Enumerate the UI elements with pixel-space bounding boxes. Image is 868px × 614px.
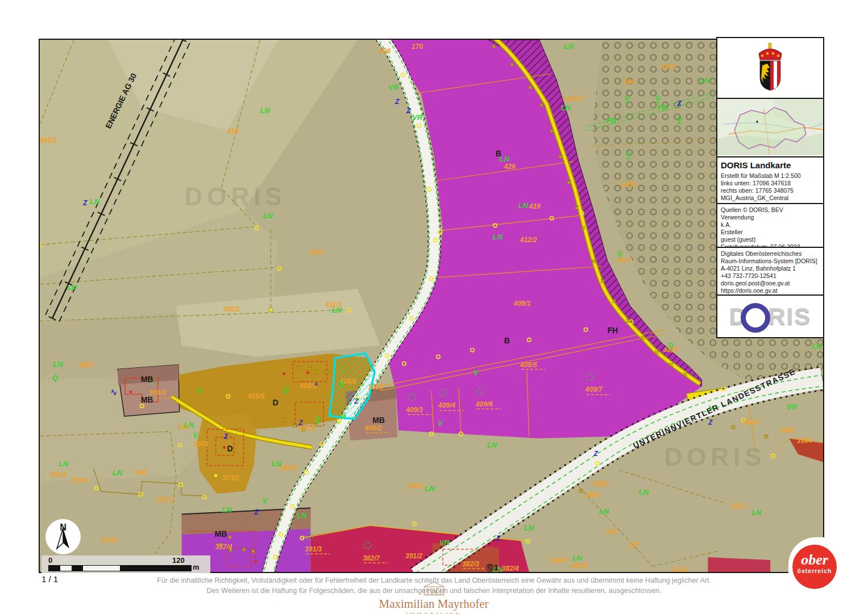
map-label: 4473: [660, 63, 676, 71]
map-label: 3001: [194, 440, 209, 448]
map-label: FB: [607, 117, 616, 125]
creator-label: Ersteller: [721, 229, 820, 236]
map-label: Z: [298, 419, 303, 427]
map-label: MB: [141, 375, 153, 384]
map-label: Q: [314, 415, 320, 424]
extent-lower-left: links unten: 17096 347618: [721, 180, 820, 187]
ooe-logo-line1: ober: [792, 553, 837, 567]
map-label: MB: [372, 416, 385, 425]
road-cross-icon: ×: [297, 363, 301, 372]
map-label: Q: [283, 385, 288, 394]
road-cross-icon: ×: [550, 127, 554, 135]
map-label: 409/2: [364, 424, 381, 432]
map-label: 4437: [662, 346, 679, 354]
map-label: 1005/7: [563, 95, 585, 103]
map-label: 409/4: [438, 401, 455, 409]
map-label: LN: [271, 459, 281, 468]
road-cross-icon: ×: [626, 317, 631, 325]
map-canvas[interactable]: ××××××××××××××××××××××××××××××××× 170626…: [40, 40, 823, 572]
map-label: VR: [388, 83, 399, 92]
map-label: DORIS: [185, 182, 286, 210]
map-label: B: [504, 336, 510, 345]
org-url: https://doris.ooe.gv.at: [721, 287, 820, 294]
road-cross-icon: ×: [528, 83, 533, 92]
map-label: 391/3: [305, 545, 322, 553]
usage-value: k.A.: [721, 221, 820, 229]
road-cross-icon: ×: [579, 487, 584, 495]
map-label: 376: [606, 528, 617, 536]
map-label: Ⓖ1: [486, 563, 499, 572]
map-label: 1002: [309, 248, 324, 256]
ooe-logo: ober österreich: [792, 545, 837, 589]
map-label: +: [314, 380, 318, 388]
map-label: VR: [439, 538, 450, 547]
map-label: LN: [222, 505, 232, 514]
ooe-logo-box: ober österreich: [788, 537, 868, 614]
map-label: LN: [751, 508, 762, 517]
road-cross-icon: ×: [592, 257, 596, 265]
road-cross-icon: ×: [640, 334, 645, 342]
map-label: LN: [331, 306, 342, 314]
map-label: 382/4: [502, 565, 519, 572]
map-label: FB: [657, 103, 667, 112]
projection: MGI_Austria_GK_Central: [721, 194, 820, 202]
map-label: VR: [787, 403, 798, 411]
scale-bar-graphic: [48, 565, 192, 571]
map-label: LN: [113, 468, 123, 477]
map-label: 373/1: [223, 474, 240, 482]
map-label: 412/2: [520, 236, 537, 244]
map-label: LN: [90, 197, 100, 206]
map-label: 4433: [621, 181, 637, 189]
map-label: LN: [67, 283, 77, 292]
map-label: LN: [184, 421, 194, 429]
panel-title: DORIS Landkarte: [721, 160, 820, 170]
map-label: LN: [493, 233, 503, 242]
road-cross-icon: ×: [242, 545, 246, 554]
creator-value: guest (guest): [721, 236, 820, 243]
map-frame: ××××××××××××××××××××××××××××××××× 170626…: [39, 39, 824, 573]
road-cross-icon: ×: [764, 432, 769, 441]
usage-label: Verwendung: [721, 214, 820, 221]
map-label: LN: [297, 511, 307, 520]
map-label: 405/1: [223, 305, 240, 313]
map-label: LN: [487, 441, 497, 449]
map-label: 434: [623, 78, 635, 86]
page-number: 1 / 1: [41, 574, 58, 584]
map-label: 108/1: [779, 426, 796, 434]
map-label: 382/3: [462, 560, 479, 568]
brand-logo: Maximilian Mayrhofer IMMOBILIEN: [379, 581, 488, 614]
brand-name: Maximilian Mayrhofer: [379, 597, 488, 611]
map-label: LN: [564, 42, 574, 51]
map-label: Z: [593, 450, 599, 458]
map-label: Z: [354, 397, 359, 405]
map-label: LN: [260, 106, 270, 115]
map-label: 111/1: [730, 502, 746, 510]
map-label: LN: [59, 459, 69, 468]
creation-date: Erstellungsdatum: 07.06.2023: [721, 243, 820, 248]
building-icon: [422, 581, 445, 596]
scale-unit: m: [193, 563, 200, 571]
road-cross-icon: ×: [228, 533, 232, 541]
doris-logo-ring-icon: [741, 303, 770, 333]
map-label: 335/4: [71, 476, 88, 484]
map-label: Z: [676, 100, 682, 108]
scale-end: 120: [172, 556, 185, 565]
map-label: LN: [524, 524, 534, 532]
map-label: 357/4: [215, 543, 232, 551]
sources: Quellen © DORIS, BEV: [721, 206, 820, 214]
map-label: 626: [379, 47, 391, 55]
map-label: 382/8: [571, 562, 588, 570]
map-label: 391/2: [405, 552, 422, 560]
road-cross-icon: ×: [731, 423, 736, 432]
map-label: 463/1: [40, 136, 57, 144]
map-label: 982/5: [742, 418, 759, 426]
map-label: 1000: [368, 383, 383, 391]
map-label: 331/2: [50, 471, 67, 479]
map-label: LN: [638, 488, 649, 496]
road-cross-icon: ×: [251, 547, 255, 555]
map-label: MB: [141, 395, 153, 404]
road-cross-icon: ×: [510, 60, 514, 69]
map-label: 384/2: [280, 464, 297, 472]
map-label: V: [262, 496, 268, 505]
scale-line: Erstellt für Maßstab M 1:2.500: [721, 172, 820, 180]
